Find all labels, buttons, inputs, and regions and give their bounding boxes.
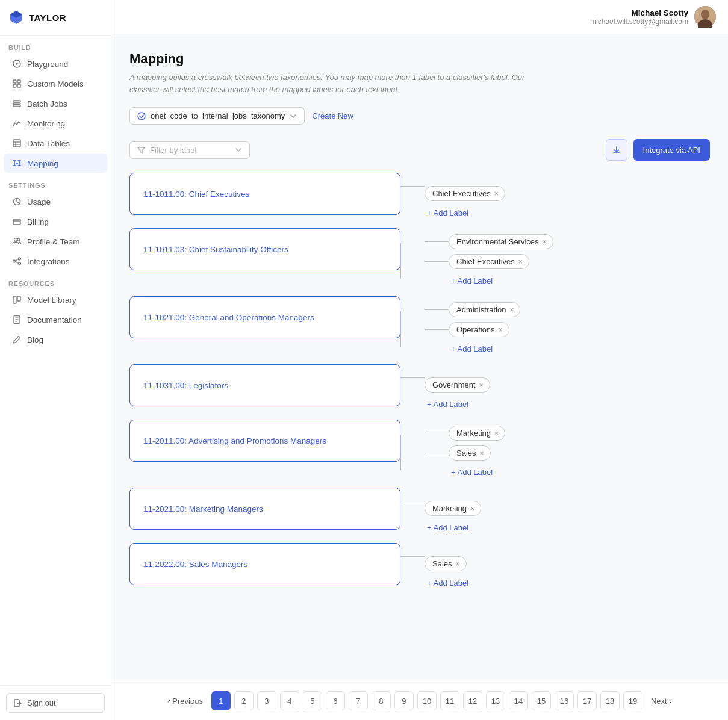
integrations-icon <box>12 256 22 266</box>
usage-icon <box>12 197 22 206</box>
tag-row: Sales× <box>425 445 710 461</box>
prev-button[interactable]: ‹ Previous <box>163 691 208 710</box>
page-number-button[interactable]: 15 <box>532 691 551 710</box>
filter-chevron-icon <box>235 146 242 154</box>
action-buttons: Integrate via API <box>606 139 710 161</box>
add-label-button[interactable]: + Add Label <box>425 206 710 220</box>
svg-rect-7 <box>13 105 20 107</box>
add-label-button[interactable]: + Add Label <box>425 397 710 411</box>
tag-remove-button[interactable]: × <box>479 382 484 389</box>
tag: Chief Executives× <box>449 254 529 269</box>
add-label-button[interactable]: + Add Label <box>425 274 710 288</box>
page-number-button[interactable]: 8 <box>372 691 391 710</box>
taxonomy-select[interactable]: onet_code_to_internal_jobs_taxonomy <box>129 107 305 125</box>
next-button[interactable]: Next › <box>646 691 677 710</box>
sidebar-item-data-tables[interactable]: Data Tables <box>4 134 107 153</box>
page-description: A mapping builds a crosswalk between two… <box>129 72 551 95</box>
tag-remove-button[interactable]: × <box>509 306 514 314</box>
mapping-source-link[interactable]: 11-2011.00: Advertising and Promotions M… <box>143 436 326 445</box>
app-name: TAYLOR <box>29 13 66 23</box>
svg-rect-1 <box>13 80 16 83</box>
tag-remove-button[interactable]: × <box>456 560 460 568</box>
tag-remove-button[interactable]: × <box>543 238 547 246</box>
mapping-source: 11-2021.00: Marketing Managers <box>129 488 400 530</box>
add-label-button[interactable]: + Add Label <box>425 465 710 479</box>
page-number-button[interactable]: 10 <box>417 691 437 710</box>
tag-label: Chief Executives <box>432 189 491 198</box>
sidebar-item-documentation[interactable]: Documentation <box>4 310 107 329</box>
page-number-button[interactable]: 9 <box>394 691 414 710</box>
sidebar-item-custom-models[interactable]: Custom Models <box>4 74 107 93</box>
filter-icon <box>137 146 145 154</box>
mapping-row: 11-1021.00: General and Operations Manag… <box>129 296 710 356</box>
page-number-button[interactable]: 5 <box>303 691 322 710</box>
download-button[interactable] <box>606 139 627 161</box>
page-number-button[interactable]: 16 <box>555 691 574 710</box>
sign-out-button[interactable]: Sign out <box>6 693 105 713</box>
page-number-button[interactable]: 14 <box>509 691 528 710</box>
tags-wrapper: Chief Executives×+ Add Label <box>425 186 710 220</box>
page-number-button[interactable]: 6 <box>326 691 345 710</box>
tag: Sales× <box>449 445 491 461</box>
add-label-button[interactable]: + Add Label <box>425 521 710 535</box>
page-number-button[interactable]: 1 <box>211 691 231 710</box>
svg-rect-6 <box>13 103 20 105</box>
tag-remove-button[interactable]: × <box>494 190 499 197</box>
tag-remove-button[interactable]: × <box>499 326 503 334</box>
integrate-api-button[interactable]: Integrate via API <box>633 139 710 161</box>
sidebar-item-billing[interactable]: Billing <box>4 212 107 231</box>
mapping-source-link[interactable]: 11-2021.00: Marketing Managers <box>143 504 263 514</box>
mapping-source-link[interactable]: 11-1011.00: Chief Executives <box>143 190 249 199</box>
page-number-button[interactable]: 18 <box>600 691 620 710</box>
filter-select[interactable]: Filter by label <box>129 141 250 159</box>
add-label-button[interactable]: + Add Label <box>425 342 710 356</box>
sidebar-item-usage[interactable]: Usage <box>4 192 107 211</box>
tag: Marketing× <box>449 426 505 441</box>
create-new-link[interactable]: Create New <box>312 111 353 120</box>
page-number-button[interactable]: 11 <box>440 691 459 710</box>
mapping-source-link[interactable]: 11-1031.00: Legislators <box>143 381 228 390</box>
tag-remove-button[interactable]: × <box>470 505 474 512</box>
data-tables-icon <box>12 138 22 148</box>
page-number-button[interactable]: 7 <box>349 691 368 710</box>
page-number-button[interactable]: 19 <box>623 691 642 710</box>
sidebar-item-model-library[interactable]: Model Library <box>4 290 107 309</box>
page-number-button[interactable]: 4 <box>280 691 299 710</box>
tag-remove-button[interactable]: × <box>480 450 484 457</box>
page-number-button[interactable]: 13 <box>486 691 505 710</box>
page-number-button[interactable]: 3 <box>257 691 276 710</box>
resources-section: RESOURCES Model Library Documentation <box>0 272 111 350</box>
sidebar-item-profile-team[interactable]: Profile & Team <box>4 232 107 251</box>
page-number-button[interactable]: 2 <box>234 691 254 710</box>
mapping-source-link[interactable]: 11-1021.00: General and Operations Manag… <box>143 313 314 322</box>
custom-models-icon <box>12 79 22 88</box>
page-number-button[interactable]: 17 <box>577 691 597 710</box>
h-branch-line <box>425 261 449 262</box>
tag-row: Environmental Services× <box>425 234 710 249</box>
sidebar-item-playground[interactable]: Playground <box>4 54 107 73</box>
h-connector-line <box>400 556 425 557</box>
svg-point-17 <box>17 238 20 241</box>
filter-row: Filter by label Integrate via API <box>129 139 710 161</box>
tag: Sales× <box>425 556 467 571</box>
billing-icon <box>12 217 22 226</box>
sidebar-item-batch-jobs[interactable]: Batch Jobs <box>4 94 107 113</box>
vertical-connector <box>400 556 425 557</box>
sidebar-item-label: Monitoring <box>27 119 65 128</box>
logo-icon <box>8 10 24 25</box>
mapping-source-link[interactable]: 11-1011.03: Chief Sustainability Officer… <box>143 245 288 254</box>
tag-row: Chief Executives× <box>425 186 710 201</box>
page-number-button[interactable]: 12 <box>463 691 482 710</box>
sidebar-item-label: Batch Jobs <box>27 99 67 108</box>
taxonomy-value: onet_code_to_internal_jobs_taxonomy <box>151 111 285 120</box>
mapping-source-link[interactable]: 11-2022.00: Sales Managers <box>143 560 247 569</box>
add-label-button[interactable]: + Add Label <box>425 576 710 590</box>
tag-remove-button[interactable]: × <box>494 430 499 437</box>
sidebar-item-monitoring[interactable]: Monitoring <box>4 114 107 133</box>
sidebar-item-mapping[interactable]: Mapping <box>4 154 107 173</box>
sidebar-item-blog[interactable]: Blog <box>4 330 107 349</box>
tag-remove-button[interactable]: × <box>518 258 523 265</box>
tag-row: Marketing× <box>425 501 710 516</box>
page-title: Mapping <box>129 51 710 67</box>
sidebar-item-integrations[interactable]: Integrations <box>4 252 107 271</box>
